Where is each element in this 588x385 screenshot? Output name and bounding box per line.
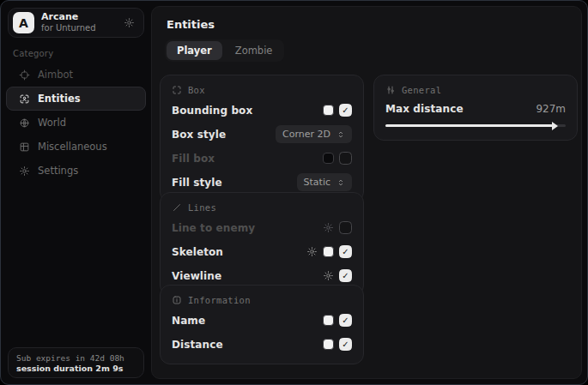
subscription-expiry: Sub expires in 42d 08h — [16, 353, 136, 363]
line-to-enemy-label: Line to enemy — [172, 222, 255, 234]
information-card: Information Name Distance — [160, 285, 364, 364]
name-row: Name — [172, 311, 352, 329]
skeleton-label: Skeleton — [172, 246, 223, 258]
box-style-label: Box style — [172, 129, 226, 141]
diagonal-line-icon — [172, 202, 182, 213]
info-icon — [172, 295, 182, 305]
sidebar-item-entities[interactable]: Entities — [6, 87, 146, 111]
information-section-header: Information — [172, 295, 352, 305]
brand-name: Arcane — [41, 12, 117, 23]
sliders-icon — [385, 85, 396, 95]
brand-logo: A — [13, 12, 34, 33]
lines-card: Lines Line to enemy Skeleton — [160, 192, 364, 296]
viewline-row: Viewline — [172, 267, 352, 285]
distance-checkbox[interactable] — [339, 338, 352, 351]
scan-box-icon — [172, 85, 182, 95]
viewline-checkbox[interactable] — [339, 269, 352, 282]
sidebar-item-label: Entities — [38, 93, 81, 105]
sidebar-nav: Aimbot Entities World — [1, 63, 151, 183]
brand-settings-icon[interactable] — [124, 17, 135, 28]
bounding-box-row: Bounding box — [172, 101, 352, 119]
sidebar-item-label: Settings — [38, 165, 78, 177]
fill-box-checkbox[interactable] — [339, 152, 352, 165]
brand-subtitle: for Unturned — [41, 23, 117, 33]
skeleton-row: Skeleton — [172, 243, 352, 261]
distance-color-swatch[interactable] — [323, 339, 334, 350]
category-label: Category — [13, 49, 53, 58]
session-duration: session duration 2m 9s — [16, 364, 136, 373]
line-to-enemy-row: Line to enemy — [172, 219, 352, 237]
sidebar-item-world[interactable]: World — [6, 111, 146, 135]
skeleton-checkbox[interactable] — [339, 245, 352, 258]
sidebar-item-label: World — [38, 117, 66, 129]
fill-box-label: Fill box — [172, 153, 215, 165]
max-distance-slider[interactable] — [385, 122, 566, 129]
line-to-enemy-settings-icon[interactable] — [323, 222, 334, 233]
skeleton-color-swatch[interactable] — [323, 246, 334, 257]
sidebar-item-label: Aimbot — [38, 69, 73, 81]
brand-text: Arcane for Unturned — [41, 12, 117, 33]
line-to-enemy-checkbox[interactable] — [339, 221, 352, 234]
sidebar-item-label: Miscellaneous — [38, 141, 107, 153]
sidebar: A Arcane for Unturned Category A — [1, 1, 151, 384]
box-section-title: Box — [188, 85, 205, 95]
bounding-box-checkbox[interactable] — [339, 104, 352, 117]
general-section-title: General — [402, 85, 441, 95]
name-label: Name — [172, 315, 205, 327]
distance-label: Distance — [172, 339, 223, 351]
viewline-settings-icon[interactable] — [323, 270, 334, 281]
skeleton-settings-icon[interactable] — [306, 246, 318, 257]
scan-person-icon — [19, 93, 30, 105]
lines-section-title: Lines — [188, 202, 216, 213]
page-title: Entities — [167, 18, 215, 31]
crosshair-icon — [19, 69, 30, 81]
box-style-value: Corner 2D — [282, 129, 330, 140]
max-distance-value: 927m — [536, 103, 566, 115]
subscription-card: Sub expires in 42d 08h session duration … — [8, 347, 144, 378]
max-distance-row: Max distance 927m — [385, 102, 566, 116]
fill-style-dropdown[interactable]: Static — [297, 173, 352, 191]
information-section-title: Information — [188, 295, 251, 305]
sidebar-item-aimbot[interactable]: Aimbot — [6, 63, 146, 87]
app-window: A Arcane for Unturned Category A — [0, 0, 588, 385]
chevrons-up-down-icon — [336, 130, 345, 139]
fill-style-value: Static — [304, 177, 330, 188]
tab-player[interactable]: Player — [167, 41, 222, 60]
bounding-box-color-swatch[interactable] — [323, 105, 334, 116]
grid-icon — [19, 141, 30, 153]
sidebar-item-settings[interactable]: Settings — [6, 159, 146, 183]
lines-section-header: Lines — [172, 202, 352, 213]
name-checkbox[interactable] — [339, 314, 352, 327]
fill-box-color-swatch[interactable] — [323, 153, 334, 164]
general-section-header: General — [385, 85, 566, 95]
box-style-row: Box style Corner 2D — [172, 125, 352, 143]
gear-icon — [19, 165, 30, 177]
general-card: General Max distance 927m — [373, 75, 578, 141]
fill-box-row: Fill box — [172, 149, 352, 167]
globe-icon — [19, 117, 30, 129]
sidebar-item-miscellaneous[interactable]: Miscellaneous — [6, 135, 146, 159]
fill-style-label: Fill style — [172, 177, 222, 189]
box-card: Box Bounding box Box style Corner 2D — [160, 75, 364, 202]
fill-style-row: Fill style Static — [172, 173, 352, 191]
box-section-header: Box — [172, 85, 352, 95]
slider-track — [385, 124, 566, 127]
name-color-swatch[interactable] — [323, 315, 334, 326]
max-distance-label: Max distance — [385, 103, 464, 115]
main-panel: Entities Player Zombie Box Bounding box — [151, 6, 582, 379]
brand-card: A Arcane for Unturned — [8, 8, 144, 38]
chevrons-up-down-icon — [336, 178, 345, 187]
entity-tabs: Player Zombie — [165, 39, 284, 62]
box-style-dropdown[interactable]: Corner 2D — [276, 125, 352, 143]
slider-fill[interactable] — [385, 124, 553, 127]
tab-zombie[interactable]: Zombie — [225, 41, 283, 60]
viewline-label: Viewline — [172, 270, 221, 282]
bounding-box-label: Bounding box — [172, 105, 252, 117]
distance-row: Distance — [172, 335, 352, 353]
